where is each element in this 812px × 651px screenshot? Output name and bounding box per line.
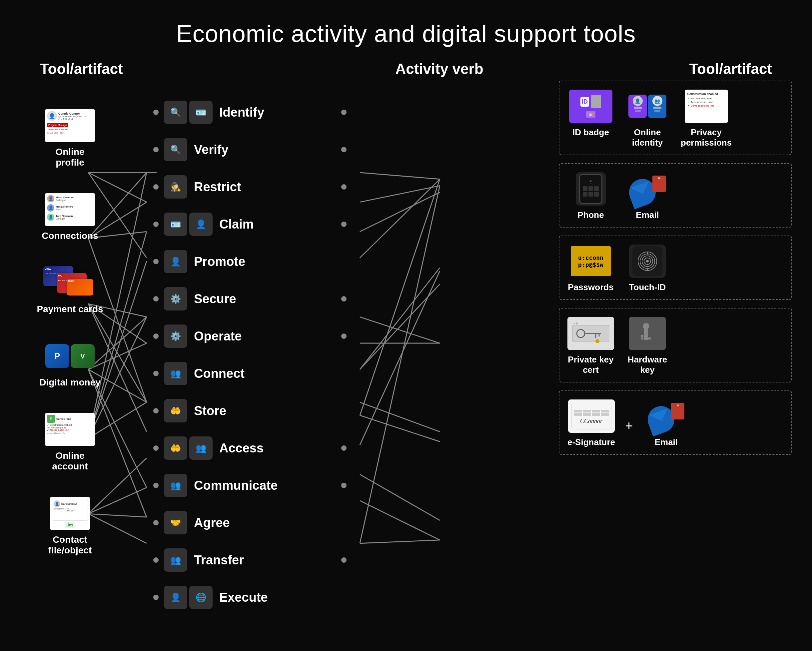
- artifact-group-communication: 📱 Phone: [559, 163, 792, 227]
- store-dot-left: [153, 408, 159, 413]
- operate-label: Operate: [194, 329, 242, 343]
- svg-rect-56: [641, 337, 643, 340]
- connect-icon: 👥: [164, 362, 187, 385]
- email2-label: Email: [655, 437, 678, 447]
- store-icon: 🤲: [164, 399, 187, 422]
- identify-dot-right: [341, 110, 346, 115]
- id-badge-label: ID badge: [572, 127, 609, 137]
- svg-line-29: [360, 317, 440, 343]
- agree-icon: 🤝: [164, 511, 187, 534]
- touch-id-label: Touch-ID: [629, 282, 666, 293]
- tool-connections: 👤 Marc Newman Colleague 👤 Maria Romero F…: [27, 191, 113, 241]
- svg-line-40: [360, 186, 440, 543]
- restrict-label: Restrict: [194, 180, 241, 194]
- hardware-key-label: Hardware key: [628, 354, 667, 375]
- online-profile-label: Online profile: [55, 146, 84, 168]
- payment-cards-label: Payment cards: [37, 304, 103, 314]
- email-image: ✉: [624, 171, 671, 207]
- artifact-private-key: = 0 Private key cert: [568, 315, 614, 375]
- tool-contact-file: 👤 Marc Newman marc@email.com +1 555-0034…: [27, 495, 113, 556]
- verb-transfer: 👥 Transfer: [153, 548, 346, 572]
- svg-line-25: [360, 172, 440, 179]
- svg-line-32: [360, 284, 440, 369]
- promote-label: Promote: [194, 255, 245, 269]
- verb-access: 🤲 👥 Access: [153, 436, 346, 460]
- verb-claim: 🪪 👤 Claim: [153, 213, 346, 236]
- svg-point-54: [595, 339, 600, 343]
- operate-dot-right: [341, 334, 346, 339]
- execute-icon2: 🌐: [189, 586, 212, 609]
- svg-line-38: [360, 501, 440, 540]
- communicate-label: Communicate: [194, 479, 278, 493]
- transfer-label: Transfer: [194, 553, 244, 567]
- artifact-group-signature: CConnor e-Signature +: [559, 390, 792, 455]
- operate-icon: ⚙️: [164, 325, 187, 348]
- connections-label: Connections: [42, 230, 98, 241]
- email2-image: ✉: [643, 398, 689, 435]
- verb-agree: 🤝 Agree: [153, 511, 346, 534]
- artifact-touch-id: Touch-ID: [624, 243, 671, 293]
- verify-label: Verify: [194, 143, 229, 157]
- digital-money-label: Digital money: [39, 377, 101, 388]
- artifact-passwords: u:cconn p:p@$$w Passwords: [568, 243, 614, 293]
- tool-payment-cards: VISA •••• •••• •••• 4521 MC •••• •••• ••…: [27, 265, 113, 314]
- restrict-dot-left: [153, 184, 159, 189]
- touch-id-image: [624, 243, 671, 279]
- artifact-email: ✉ Email: [624, 171, 671, 220]
- artifact-group-identity: ID 📶 ID badge 👤: [559, 81, 792, 155]
- verb-store: 🤲 Store: [153, 399, 346, 422]
- verify-dot-left: [153, 147, 159, 152]
- tool-digital-money: P V Digital money: [27, 338, 113, 388]
- transfer-icon: 👥: [164, 548, 187, 572]
- online-profile-image: 👤 Connie Connor @connie.connor@mail.com …: [43, 107, 97, 144]
- identify-icon2: 🪪: [189, 101, 212, 124]
- svg-line-36: [360, 271, 440, 445]
- svg-line-33: [360, 402, 440, 432]
- connect-dot-left: [153, 371, 159, 376]
- identify-icon1: 🔍: [164, 101, 187, 124]
- secure-dot-left: [153, 296, 159, 302]
- svg-line-37: [360, 474, 440, 520]
- connections-image: 👤 Marc Newman Colleague 👤 Maria Romero F…: [43, 191, 97, 228]
- svg-point-45: [646, 260, 649, 262]
- claim-icon2: 👤: [189, 213, 212, 236]
- left-col-header: Tool/artifact: [40, 61, 123, 77]
- artifact-group-keys: = 0 Private key cert: [559, 308, 792, 383]
- execute-icon1: 👤: [164, 586, 187, 609]
- svg-line-35: [360, 179, 440, 415]
- verb-secure: ⚙️ Secure: [153, 287, 346, 311]
- artifact-id-badge: ID 📶 ID badge: [568, 88, 614, 137]
- secure-label: Secure: [194, 292, 236, 306]
- transfer-dot-right: [341, 557, 346, 563]
- verb-restrict: 🕵️ Restrict: [153, 175, 346, 198]
- secure-dot-right: [341, 296, 346, 302]
- claim-dot-right: [341, 221, 346, 227]
- verb-execute: 👤 🌐 Execute: [153, 586, 346, 609]
- right-col-header: Tool/artifact: [689, 61, 772, 77]
- svg-line-34: [360, 415, 440, 442]
- online-identity-image: 👤 👥: [624, 88, 671, 125]
- hardware-key-image: [624, 315, 671, 352]
- private-key-image: = 0: [568, 315, 614, 352]
- online-identity-label: Online identity: [632, 127, 663, 148]
- agree-dot-left: [153, 520, 159, 525]
- svg-line-27: [360, 192, 440, 232]
- access-dot-right: [341, 445, 346, 451]
- artifact-e-signature: CConnor e-Signature: [568, 398, 615, 447]
- secure-icon: ⚙️: [164, 287, 187, 311]
- promote-dot-left: [153, 259, 159, 264]
- connect-label: Connect: [194, 366, 244, 381]
- private-key-label: Private key cert: [568, 354, 614, 375]
- svg-rect-58: [648, 337, 651, 340]
- execute-label: Execute: [219, 590, 268, 605]
- artifact-email2: ✉ Email: [643, 398, 689, 447]
- e-signature-label: e-Signature: [568, 437, 615, 447]
- phone-image: 📱: [568, 171, 614, 207]
- store-label: Store: [194, 404, 226, 418]
- restrict-icon: 🕵️: [164, 175, 187, 198]
- artifact-privacy-permissions: Construction enabled ✓ No marketing mail…: [681, 88, 732, 148]
- svg-text:= 0: = 0: [574, 322, 578, 325]
- access-icon1: 🤲: [164, 436, 187, 460]
- execute-dot-left: [153, 595, 159, 600]
- passwords-label: Passwords: [568, 282, 614, 293]
